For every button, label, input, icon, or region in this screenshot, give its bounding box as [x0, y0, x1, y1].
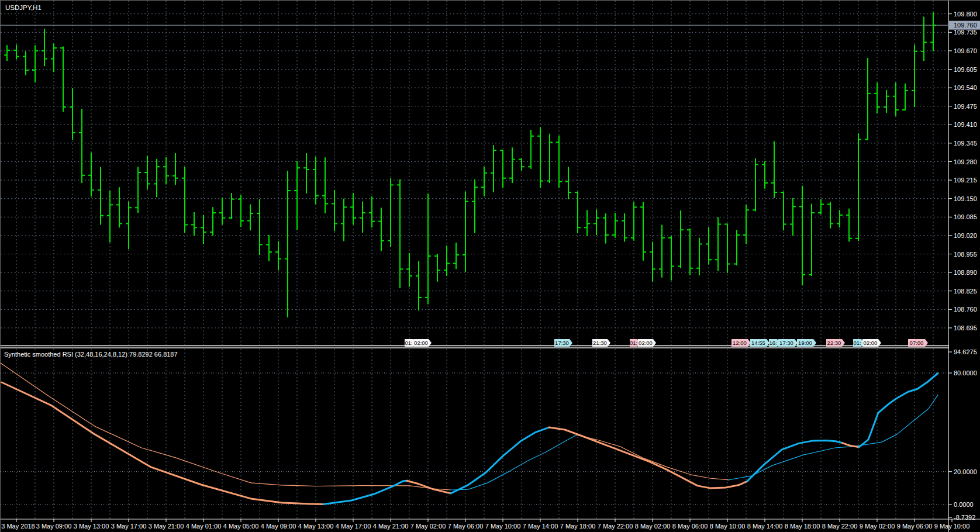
session-flag-label: 01: [630, 340, 637, 346]
ohlc-bar [322, 157, 328, 213]
time-axis-label: 7 May 18:00 [560, 523, 596, 530]
session-flag-label: 14:55 [751, 340, 765, 346]
time-axis-label: 8 May 10:00 [710, 523, 746, 530]
ohlc-bar [294, 161, 300, 230]
session-flag-label: 02:00 [639, 340, 653, 346]
ohlc-bar [865, 58, 871, 140]
time-axis-label: 4 May 01:00 [186, 523, 222, 530]
ohlc-bar [60, 47, 66, 112]
ohlc-bar [640, 202, 646, 261]
session-flag-label: 02:00 [414, 340, 428, 346]
ohlc-bar [678, 210, 684, 268]
indicator-axis-label: 94.6275 [954, 348, 977, 355]
ohlc-bar [4, 45, 10, 61]
ohlc-bars [4, 12, 936, 317]
session-flag-label: 07:00 [910, 340, 924, 346]
rsi-signal-line [451, 435, 577, 490]
ohlc-bar [622, 213, 627, 242]
price-axis-label: 109.735 [954, 29, 977, 36]
rsi-main-line [747, 441, 843, 482]
ohlc-bar [285, 171, 291, 317]
ohlc-bar [238, 195, 244, 227]
ohlc-bar [781, 192, 786, 231]
ohlc-bar [827, 202, 833, 229]
session-flag-label: 01: [853, 340, 861, 346]
price-axis-label: 109.605 [954, 66, 977, 73]
ohlc-bar [491, 145, 496, 192]
ohlc-bar [210, 207, 216, 236]
time-axis-label: 9 May 06:00 [897, 523, 933, 530]
price-axis-label: 108.695 [954, 324, 977, 331]
session-flag-label: 12:00 [733, 340, 747, 346]
price-axis-area[interactable] [949, 1, 980, 532]
rsi-signal-line [729, 395, 938, 480]
ohlc-bar [519, 158, 524, 171]
price-axis-label: 109.020 [954, 232, 977, 239]
chart-canvas[interactable]: 01:02:0017:3021:3001:02:0012:0014:5516:1… [1, 1, 980, 532]
ohlc-bar [509, 147, 515, 183]
ohlc-bar [481, 167, 487, 196]
ohlc-bar [855, 133, 861, 241]
ohlc-bar [809, 203, 815, 275]
ohlc-bar [229, 193, 234, 219]
indicator-title: Synthetic smoothed RSI (32,48,16,24,8,12… [4, 351, 178, 358]
price-axis-label: 109.215 [954, 177, 977, 184]
time-axis-label: 7 May 10:00 [485, 523, 521, 530]
ohlc-bar [154, 159, 160, 198]
time-axis-label: 8 May 22:00 [822, 523, 858, 530]
time-axis-label: 4 May 09:00 [261, 523, 296, 530]
time-axis-label: 7 May 06:00 [448, 523, 484, 530]
ohlc-bar [369, 196, 375, 227]
price-axis-label: 109.085 [954, 213, 977, 220]
time-axis-label: 4 May 13:00 [298, 523, 334, 530]
time-axis-label: 3 May 13:00 [74, 523, 109, 530]
price-axis-label: 108.825 [954, 288, 977, 295]
ohlc-bar [257, 199, 263, 255]
ohlc-bar [762, 161, 768, 189]
ohlc-bar [724, 223, 730, 273]
session-flag-label: 21:30 [593, 340, 607, 346]
ohlc-bar [463, 192, 468, 272]
ohlc-bar [98, 167, 103, 224]
time-axis-label: 8 May 18:00 [785, 523, 820, 530]
price-axis-label: 109.345 [954, 140, 977, 147]
time-axis-label: 8 May 06:00 [672, 523, 708, 530]
ohlc-bar [219, 198, 225, 225]
ohlc-bar [818, 199, 824, 215]
time-axis-label: 3 May 09:00 [36, 523, 72, 530]
ohlc-bar [79, 109, 85, 183]
price-axis-label: 109.540 [954, 84, 977, 91]
rsi-main-line [407, 481, 451, 493]
ohlc-bar [416, 261, 422, 311]
indicator-axis-label: 80.0000 [954, 369, 977, 376]
ohlc-bar [528, 130, 534, 169]
ohlc-bar [537, 127, 543, 188]
ohlc-bar [266, 235, 272, 261]
ohlc-bar [42, 29, 47, 66]
ohlc-bar [734, 230, 740, 265]
ohlc-bar [696, 238, 702, 275]
current-price-value: 109.760 [954, 22, 977, 29]
ohlc-bar [116, 187, 122, 227]
ohlc-bar [874, 82, 880, 113]
ohlc-bar [453, 243, 459, 269]
ohlc-bar [332, 190, 337, 231]
time-axis-label: 3 May 21:00 [149, 523, 184, 530]
ohlc-bar [406, 253, 412, 286]
ohlc-bar [360, 202, 365, 233]
ohlc-bar [107, 191, 113, 242]
rsi-main-line [323, 481, 407, 504]
ohlc-bar [13, 44, 19, 59]
ohlc-bar [912, 44, 917, 107]
time-axis-label: 7 May 22:00 [598, 523, 633, 530]
ohlc-bar [921, 17, 927, 61]
session-flag-label: 22:30 [827, 340, 841, 346]
ohlc-bar [593, 209, 599, 235]
ohlc-bar [612, 213, 618, 238]
ohlc-bar [706, 227, 712, 264]
ohlc-bar [88, 153, 94, 196]
ohlc-bar [565, 167, 571, 199]
session-flag-label: 02:00 [864, 340, 878, 346]
price-axis-label: 109.150 [954, 195, 977, 202]
ohlc-bar [715, 217, 721, 271]
